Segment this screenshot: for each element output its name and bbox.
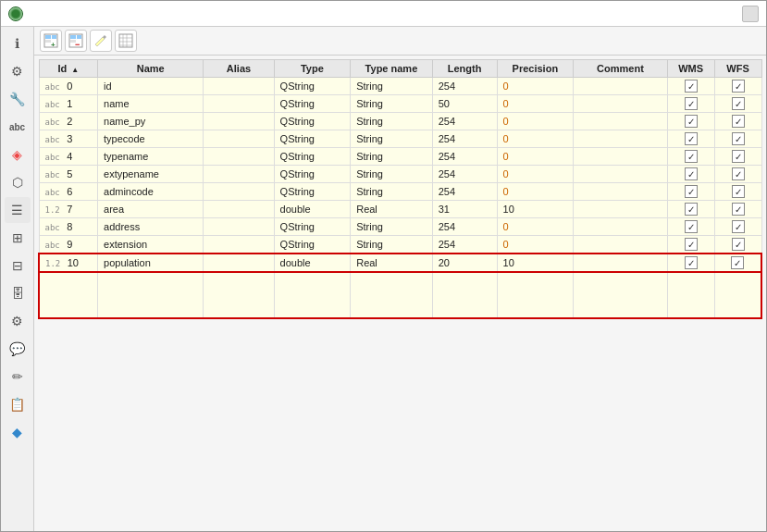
- cell-wms[interactable]: ✓: [667, 95, 714, 113]
- table-row[interactable]: abc 8addressQStringString2540✓✓: [39, 218, 761, 236]
- svg-rect-6: [70, 35, 76, 39]
- cell-name: typecode: [98, 130, 204, 148]
- content-area: + −: [34, 27, 766, 531]
- table-row[interactable]: abc 0idQStringString2540✓✓: [39, 78, 761, 95]
- wms-checkbox[interactable]: ✓: [685, 203, 698, 216]
- cell-precision: 0: [497, 166, 574, 183]
- wfs-checkbox[interactable]: ✓: [732, 97, 745, 110]
- col-header-wms[interactable]: WMS: [667, 60, 714, 78]
- sidebar-icon-notes[interactable]: 💬: [5, 336, 31, 362]
- cell-wfs[interactable]: ✓: [714, 113, 761, 130]
- sidebar-icon-source[interactable]: 🔧: [5, 86, 31, 112]
- cell-comment: [574, 183, 668, 201]
- wms-checkbox[interactable]: ✓: [685, 167, 698, 180]
- table-row[interactable]: 1.2 7areadoubleReal3110✓✓: [39, 201, 761, 218]
- cell-wms[interactable]: ✓: [667, 78, 714, 95]
- cell-wms[interactable]: ✓: [667, 113, 714, 130]
- table-row[interactable]: abc 5extypenameQStringString2540✓✓: [39, 166, 761, 183]
- wfs-checkbox[interactable]: ✓: [731, 256, 744, 269]
- cell-wms[interactable]: ✓: [667, 201, 714, 218]
- wfs-checkbox[interactable]: ✓: [732, 203, 745, 216]
- cell-wms[interactable]: ✓: [667, 183, 714, 201]
- cell-wms[interactable]: ✓: [667, 148, 714, 166]
- table-row[interactable]: abc 3typecodeQStringString2540✓✓: [39, 130, 761, 148]
- wms-checkbox[interactable]: ✓: [685, 80, 698, 93]
- svg-text:−: −: [75, 40, 80, 48]
- cell-wfs[interactable]: ✓: [714, 218, 761, 236]
- cell-wms[interactable]: ✓: [667, 130, 714, 148]
- sidebar-icon-info[interactable]: ℹ: [5, 31, 31, 56]
- sidebar-icon-fields[interactable]: ☰: [5, 197, 31, 223]
- cell-wfs[interactable]: ✓: [714, 236, 761, 254]
- cell-type: QString: [274, 78, 351, 95]
- sidebar-icon-legend[interactable]: ◆: [5, 419, 31, 445]
- table-row[interactable]: 1.2 10populationdoubleReal2010✓✓: [39, 254, 761, 272]
- wms-checkbox[interactable]: ✓: [685, 185, 698, 198]
- table-row[interactable]: abc 4typenameQStringString2540✓✓: [39, 148, 761, 166]
- col-header-comment[interactable]: Comment: [574, 60, 668, 78]
- wfs-checkbox[interactable]: ✓: [732, 238, 745, 251]
- wfs-checkbox[interactable]: ✓: [732, 115, 745, 128]
- table-icon: [118, 33, 133, 48]
- col-header-alias[interactable]: Alias: [204, 60, 274, 78]
- cell-id: abc 8: [39, 218, 98, 236]
- cell-wfs[interactable]: ✓: [714, 201, 761, 218]
- wms-checkbox[interactable]: ✓: [685, 150, 698, 163]
- wms-checkbox[interactable]: ✓: [685, 238, 698, 251]
- cell-wms[interactable]: ✓: [667, 218, 714, 236]
- col-header-id[interactable]: Id ▲: [39, 60, 98, 78]
- cell-wms[interactable]: ✓: [667, 254, 714, 272]
- wfs-checkbox[interactable]: ✓: [732, 167, 745, 180]
- table-row[interactable]: abc 6admincodeQStringString2540✓✓: [39, 183, 761, 201]
- sidebar-icon-copy[interactable]: 📋: [5, 391, 31, 417]
- wfs-checkbox[interactable]: ✓: [732, 132, 745, 145]
- col-header-name[interactable]: Name: [98, 60, 204, 78]
- table-row[interactable]: abc 9extensionQStringString2540✓✓: [39, 236, 761, 254]
- new-field-button[interactable]: +: [40, 30, 62, 52]
- fields-table-container[interactable]: Id ▲ Name Alias Type Type name Length Pr…: [34, 56, 766, 531]
- sidebar-icon-3d[interactable]: ⬡: [5, 169, 31, 195]
- edit-button[interactable]: [90, 30, 112, 52]
- wms-checkbox[interactable]: ✓: [685, 220, 698, 233]
- cell-comment: [574, 130, 668, 148]
- wms-checkbox[interactable]: ✓: [685, 115, 698, 128]
- sidebar-icon-forms[interactable]: ⊞: [5, 225, 31, 251]
- cell-wfs[interactable]: ✓: [714, 78, 761, 95]
- col-header-length[interactable]: Length: [432, 60, 497, 78]
- cell-wms[interactable]: ✓: [667, 236, 714, 254]
- cell-wms[interactable]: ✓: [667, 166, 714, 183]
- col-header-typename[interactable]: Type name: [351, 60, 433, 78]
- cell-alias: [204, 113, 274, 130]
- wfs-checkbox[interactable]: ✓: [732, 185, 745, 198]
- sidebar-icon-settings[interactable]: ⚙: [5, 58, 31, 84]
- cell-wfs[interactable]: ✓: [714, 166, 761, 183]
- sidebar-icon-edit[interactable]: ✏: [5, 364, 31, 390]
- table-view-button[interactable]: [115, 30, 137, 52]
- sidebar-icon-joins[interactable]: ⊟: [5, 253, 31, 278]
- cell-wfs[interactable]: ✓: [714, 254, 761, 272]
- cell-wfs[interactable]: ✓: [714, 130, 761, 148]
- cell-typename: Real: [351, 254, 433, 272]
- wfs-checkbox[interactable]: ✓: [732, 80, 745, 93]
- wfs-checkbox[interactable]: ✓: [732, 150, 745, 163]
- table-row[interactable]: abc 1nameQStringString500✓✓: [39, 95, 761, 113]
- col-header-precision[interactable]: Precision: [497, 60, 574, 78]
- cell-alias: [204, 130, 274, 148]
- sidebar-icon-storage[interactable]: 🗄: [5, 280, 31, 306]
- cell-wfs[interactable]: ✓: [714, 183, 761, 201]
- sidebar-icon-labels[interactable]: abc: [5, 114, 31, 140]
- wfs-checkbox[interactable]: ✓: [732, 220, 745, 233]
- delete-field-button[interactable]: −: [65, 30, 87, 52]
- sidebar-icon-options[interactable]: ⚙: [5, 308, 31, 334]
- close-button[interactable]: [742, 6, 759, 22]
- wms-checkbox[interactable]: ✓: [685, 132, 698, 145]
- table-row[interactable]: abc 2name_pyQStringString2540✓✓: [39, 113, 761, 130]
- sidebar-icon-diagram[interactable]: ◈: [5, 142, 31, 167]
- wms-checkbox[interactable]: ✓: [685, 256, 698, 269]
- cell-wfs[interactable]: ✓: [714, 95, 761, 113]
- col-header-wfs[interactable]: WFS: [714, 60, 761, 78]
- wms-checkbox[interactable]: ✓: [685, 97, 698, 110]
- cell-wfs[interactable]: ✓: [714, 148, 761, 166]
- col-header-type[interactable]: Type: [274, 60, 351, 78]
- cell-name: extypename: [98, 166, 204, 183]
